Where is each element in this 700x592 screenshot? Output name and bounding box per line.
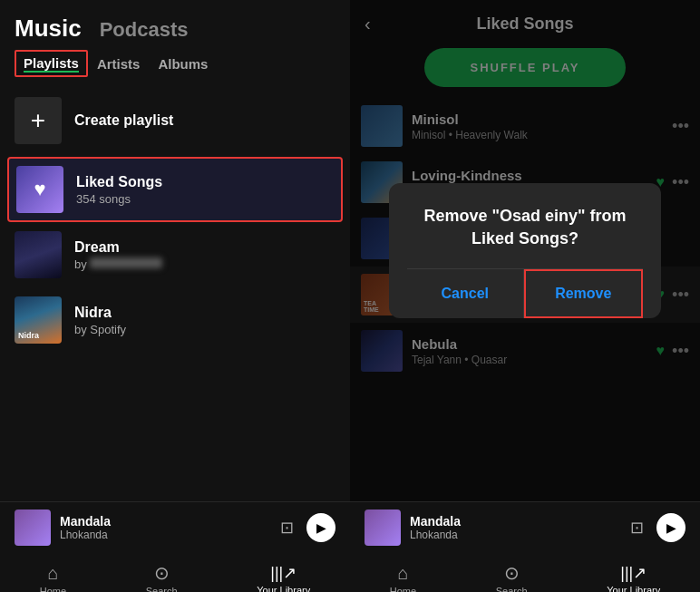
play-button-right[interactable]: ▶: [656, 513, 685, 542]
heart-icon: ♥: [34, 178, 45, 201]
nav-item-library-left[interactable]: |||↗ Your Library: [257, 563, 310, 592]
nav-item-search-right[interactable]: ⊙ Search: [496, 562, 528, 592]
dialog-message: Remove "Osad einy" from Liked Songs?: [407, 205, 643, 250]
dream-name: Dream: [74, 239, 335, 256]
np-controls-right: ⊡ ▶: [630, 513, 685, 542]
liked-songs-name: Liked Songs: [76, 174, 334, 190]
header: Music Podcasts: [0, 0, 350, 43]
create-playlist-item[interactable]: + Create playlist: [0, 84, 350, 157]
home-icon-right: ⌂: [397, 563, 408, 584]
nav-label-library-left: Your Library: [257, 585, 310, 592]
playlist-section: + Create playlist ♥ Liked Songs 354 song…: [0, 77, 350, 501]
remove-dialog: Remove "Osad einy" from Liked Songs? Can…: [389, 183, 661, 318]
dream-info: Dream by: [74, 239, 335, 271]
np-artist-right: Lhokanda: [410, 529, 621, 541]
library-icon-right: |||↗: [620, 563, 647, 583]
nav-bar-left: ⌂ Home ⊙ Search |||↗ Your Library: [0, 552, 350, 592]
home-icon-left: ⌂: [47, 563, 58, 584]
bottom-bar-left: Mandala Lhokanda ⊡ ▶ ⌂ Home ⊙ Search |||…: [0, 501, 350, 592]
cast-icon-right[interactable]: ⊡: [630, 518, 644, 538]
music-tab-label[interactable]: Music: [15, 15, 82, 43]
liked-songs-thumb: ♥: [16, 166, 63, 213]
nav-item-library-right[interactable]: |||↗ Your Library: [607, 563, 660, 592]
dream-author-blurred: [90, 257, 162, 268]
play-button-left[interactable]: ▶: [306, 513, 335, 542]
nidra-info: Nidra by Spotify: [74, 305, 335, 336]
np-info-left: Mandala Lhokanda: [60, 514, 271, 541]
tab-artists[interactable]: Artists: [88, 50, 150, 77]
np-title-left: Mandala: [60, 514, 271, 529]
nav-label-home-right: Home: [390, 586, 416, 593]
dream-thumb: [15, 231, 62, 278]
remove-button[interactable]: Remove: [524, 269, 644, 318]
nav-bar-right: ⌂ Home ⊙ Search |||↗ Your Library: [350, 552, 700, 592]
nav-item-search-left[interactable]: ⊙ Search: [146, 562, 178, 592]
nav-item-home-right[interactable]: ⌂ Home: [390, 563, 416, 593]
tab-albums[interactable]: Albums: [149, 50, 217, 77]
search-icon-left: ⊙: [154, 562, 170, 584]
nav-label-search-left: Search: [146, 586, 178, 592]
playlist-item-dream[interactable]: Dream by: [0, 222, 350, 287]
nav-label-library-right: Your Library: [607, 585, 660, 592]
nidra-name: Nidra: [74, 305, 335, 321]
create-playlist-label: Create playlist: [74, 112, 173, 129]
np-controls-left: ⊡ ▶: [280, 513, 335, 542]
create-plus-icon: +: [15, 97, 62, 144]
now-playing-left[interactable]: Mandala Lhokanda ⊡ ▶: [0, 502, 350, 552]
tabs-row: Playlists Artists Albums: [0, 43, 350, 77]
np-artist-left: Lhokanda: [60, 529, 271, 541]
right-panel: ‹ Liked Songs SHUFFLE PLAY Minisol Minis…: [350, 0, 700, 592]
nidra-thumb: Nidra: [15, 296, 62, 344]
cast-icon-left[interactable]: ⊡: [280, 518, 294, 538]
bottom-bar-right: Mandala Lhokanda ⊡ ▶ ⌂ Home ⊙ Search |||…: [350, 501, 700, 592]
np-thumb-left: [15, 510, 51, 546]
cancel-button[interactable]: Cancel: [407, 269, 524, 318]
nidra-sub: by Spotify: [74, 323, 335, 336]
dream-sub: by: [74, 257, 335, 271]
playlist-item-liked-songs[interactable]: ♥ Liked Songs 354 songs: [7, 157, 343, 222]
dialog-overlay: Remove "Osad einy" from Liked Songs? Can…: [350, 0, 700, 501]
tab-playlists[interactable]: Playlists: [24, 55, 79, 71]
liked-songs-info: Liked Songs 354 songs: [76, 174, 334, 206]
np-thumb-right: [365, 510, 401, 546]
nav-label-search-right: Search: [496, 586, 528, 592]
nidra-text: Nidra: [18, 331, 39, 340]
playlist-item-nidra[interactable]: Nidra Nidra by Spotify: [0, 287, 350, 353]
np-title-right: Mandala: [410, 514, 621, 529]
left-panel: Music Podcasts Playlists Artists Albums …: [0, 0, 350, 592]
nav-item-home-left[interactable]: ⌂ Home: [40, 563, 66, 593]
liked-songs-sub: 354 songs: [76, 192, 334, 206]
dialog-buttons: Cancel Remove: [407, 268, 643, 318]
search-icon-right: ⊙: [504, 562, 520, 584]
library-icon-left: |||↗: [270, 563, 297, 583]
np-info-right: Mandala Lhokanda: [410, 514, 621, 541]
podcasts-tab-label[interactable]: Podcasts: [100, 18, 189, 42]
nav-label-home-left: Home: [40, 586, 66, 593]
now-playing-right[interactable]: Mandala Lhokanda ⊡ ▶: [350, 502, 700, 552]
